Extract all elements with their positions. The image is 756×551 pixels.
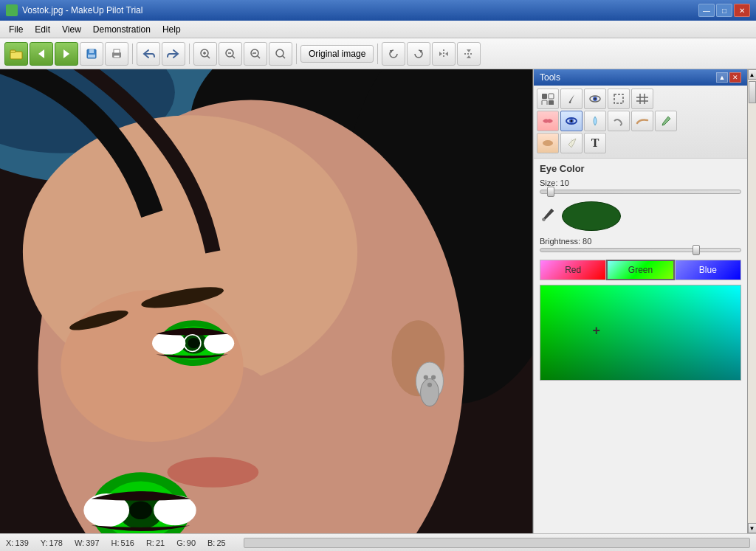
svg-marker-30 xyxy=(467,55,471,58)
size-slider-thumb[interactable] xyxy=(547,187,554,197)
svg-rect-8 xyxy=(114,49,120,53)
svg-line-15 xyxy=(233,55,236,58)
status-g-value: 90 xyxy=(187,538,196,547)
scroll-track xyxy=(748,80,756,523)
status-r-label: R: xyxy=(146,538,154,547)
tool-text-btn[interactable]: T xyxy=(584,133,606,153)
tool-feather-btn[interactable] xyxy=(560,133,583,153)
color-gradient-picker[interactable]: + xyxy=(540,285,741,381)
svg-marker-29 xyxy=(467,49,471,52)
title-bar-left: Vostok.jpg - MakeUp Pilot Trial xyxy=(6,4,142,16)
channel-red-btn[interactable]: Red xyxy=(540,260,606,280)
tool-selection-btn[interactable] xyxy=(608,89,630,109)
toolbar-zoom-in-btn[interactable] xyxy=(193,42,217,66)
tool-skin-btn[interactable] xyxy=(537,133,559,153)
scroll-down-btn[interactable]: ▼ xyxy=(748,523,757,533)
menu-file[interactable]: File xyxy=(3,23,29,36)
tool-eraser-btn[interactable] xyxy=(584,111,606,131)
close-button[interactable]: ✕ xyxy=(734,4,750,17)
toolbar-rotate-ccw-btn[interactable] xyxy=(382,42,405,66)
app-icon xyxy=(6,4,18,16)
status-h-value: 516 xyxy=(121,538,134,547)
svg-marker-2 xyxy=(38,49,44,58)
toolbar-redo-btn[interactable] xyxy=(162,42,185,66)
tools-panel-wrapper: Tools ▲ ✕ xyxy=(533,69,756,533)
toolbar-rotate-cw-btn[interactable] xyxy=(407,42,430,66)
status-h: H: 516 xyxy=(111,538,134,547)
svg-rect-9 xyxy=(114,55,120,58)
size-slider[interactable] xyxy=(540,190,741,194)
tool-hash-btn[interactable] xyxy=(631,89,653,109)
toolbar-sep1 xyxy=(132,44,133,64)
tools-toolbar: T xyxy=(534,86,747,159)
toolbar-flip-v-btn[interactable] xyxy=(457,42,481,66)
tools-header-controls: ▲ ✕ xyxy=(716,72,741,83)
menu-view[interactable]: View xyxy=(56,23,87,36)
maximize-button[interactable]: □ xyxy=(716,4,732,17)
channel-blue-btn[interactable]: Blue xyxy=(675,260,741,280)
toolbar-flip-h-btn[interactable] xyxy=(432,42,456,66)
eye-color-panel: Eye Color Size: 10 Brightness: 80 xyxy=(534,159,747,533)
status-g: G: 90 xyxy=(176,538,196,547)
tools-scroll-up-btn[interactable]: ▲ xyxy=(716,72,728,83)
status-bar: X: 139 Y: 178 W: 397 H: 516 R: 21 G: 90 … xyxy=(0,533,756,551)
status-w-value: 397 xyxy=(86,538,99,547)
status-r: R: 21 xyxy=(146,538,165,547)
title-bar-controls: — □ ✕ xyxy=(698,4,750,17)
svg-rect-1 xyxy=(10,50,16,52)
tool-lips-btn[interactable] xyxy=(537,111,559,131)
brightness-slider-thumb[interactable] xyxy=(693,245,700,255)
menu-help[interactable]: Help xyxy=(157,23,187,36)
svg-point-68 xyxy=(594,98,597,100)
original-image-btn[interactable]: Original image xyxy=(300,45,374,63)
svg-point-60 xyxy=(431,375,436,379)
toolbar-zoom-custom-btn[interactable] xyxy=(269,42,292,66)
toolbar-undo-btn[interactable] xyxy=(137,42,160,66)
image-area[interactable] xyxy=(0,69,533,533)
toolbar-zoom-fit-btn[interactable]: + xyxy=(244,42,267,66)
tools-scrollbar[interactable]: ▲ ▼ xyxy=(747,69,756,533)
status-h-label: H: xyxy=(111,538,120,547)
tools-close-btn[interactable]: ✕ xyxy=(729,72,741,83)
toolbar-sep3 xyxy=(296,44,297,64)
status-y-label: Y: xyxy=(41,538,48,547)
tool-grid-btn[interactable] xyxy=(537,89,559,109)
window-title: Vostok.jpg - MakeUp Pilot Trial xyxy=(22,5,142,15)
menu-bar: File Edit View Demonstration Help xyxy=(0,21,756,38)
svg-marker-27 xyxy=(445,52,448,56)
svg-line-11 xyxy=(207,55,210,58)
tool-eye-color-btn[interactable] xyxy=(560,111,583,131)
tool-dropper-btn[interactable] xyxy=(655,111,677,131)
brightness-slider[interactable] xyxy=(540,248,741,252)
toolbar-back-btn[interactable] xyxy=(30,42,53,66)
tools-panel: Tools ▲ ✕ xyxy=(533,69,747,533)
status-b-label: B: xyxy=(207,538,215,547)
menu-demonstration[interactable]: Demonstration xyxy=(87,23,157,36)
status-b: B: 25 xyxy=(207,538,226,547)
color-picker-row xyxy=(540,201,741,231)
svg-rect-65 xyxy=(549,100,554,105)
svg-point-46 xyxy=(129,501,152,519)
scroll-thumb[interactable] xyxy=(749,81,756,103)
tool-eyebrow-btn[interactable] xyxy=(631,111,653,131)
toolbar-save-btn[interactable] xyxy=(80,42,103,66)
toolbar-zoom-out-btn[interactable] xyxy=(219,42,242,66)
status-x: X: 139 xyxy=(6,538,29,547)
tools-panel-title: Tools xyxy=(540,72,560,83)
channel-green-btn[interactable]: Green xyxy=(606,260,674,280)
status-r-value: 21 xyxy=(156,538,165,547)
scroll-up-btn[interactable]: ▲ xyxy=(748,69,757,80)
eyedropper-icon[interactable] xyxy=(540,207,556,226)
svg-point-59 xyxy=(424,375,428,379)
toolbar-sep2 xyxy=(189,44,190,64)
tool-smudge-btn[interactable] xyxy=(608,111,630,131)
tool-eye-btn[interactable] xyxy=(584,89,606,109)
toolbar-forward-btn[interactable] xyxy=(55,42,78,66)
svg-rect-64 xyxy=(542,100,547,105)
status-w: W: 397 xyxy=(75,538,100,547)
minimize-button[interactable]: — xyxy=(698,4,715,17)
menu-edit[interactable]: Edit xyxy=(29,23,56,36)
tool-brush-btn[interactable] xyxy=(560,89,583,109)
toolbar-open-btn[interactable] xyxy=(4,42,28,66)
toolbar-print-btn[interactable] xyxy=(105,42,128,66)
